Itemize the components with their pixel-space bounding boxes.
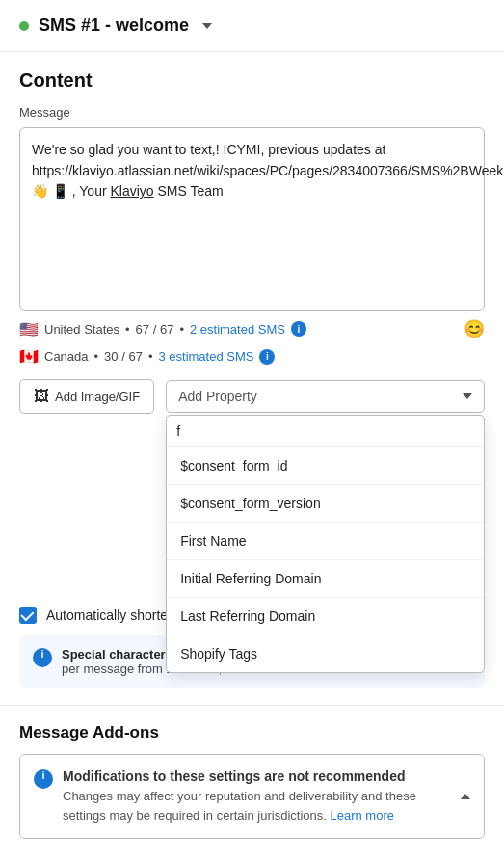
ca-estimated: 3 estimated SMS [158,349,253,364]
special-char-label: Special characters: [62,647,176,662]
addon-card: i Modifications to these settings are no… [19,754,485,839]
status-indicator [19,21,29,31]
add-property-label: Add Property [178,389,257,404]
addon-detail-text: Changes may affect your reputation and d… [63,787,461,824]
stats-row-ca: 🇨🇦 Canada • 30 / 67 • 3 estimated SMS i [19,347,485,365]
message-label: Message [19,105,485,120]
stats-row-us: 🇺🇸 United States • 67 / 67 • 2 estimated… [19,318,485,339]
dropdown-search-container [167,416,484,447]
learn-more-link[interactable]: Learn more [330,808,393,823]
dropdown-item-consent-form-id[interactable]: $consent_form_id [167,447,484,485]
us-dot: • [179,322,184,337]
dropdown-item-last-referring-domain[interactable]: Last Referring Domain [167,598,484,635]
ca-chars: 30 / 67 [104,349,143,364]
dropdown-item-first-name[interactable]: First Name [167,523,484,560]
emoji-button[interactable]: 😊 [464,318,485,339]
header: SMS #1 - welcome [0,0,504,52]
ca-info-icon[interactable]: i [259,349,275,364]
special-char-info-icon: i [33,648,52,667]
dropdown-search-input[interactable] [176,423,474,439]
ca-dot: • [148,349,153,364]
us-flag: 🇺🇸 [19,320,39,338]
dropdown-item-consent-form-version[interactable]: $consent_form_version [167,485,484,523]
addon-not-recommended-text: Modifications to these settings are not … [63,769,461,784]
message-addons-title: Message Add-ons [19,723,485,742]
add-property-arrow-icon [463,393,472,399]
us-country: United States [44,322,119,337]
message-box[interactable]: We're so glad you want to text,! ICYMI, … [19,127,485,310]
add-image-button[interactable]: 🖼 Add Image/GIF [19,379,154,414]
ca-separator: • [94,349,99,364]
action-row: 🖼 Add Image/GIF Add Property $consent_fo… [19,379,485,414]
ca-flag: 🇨🇦 [19,347,39,365]
addon-card-text: Modifications to these settings are not … [63,769,461,824]
us-estimated: 2 estimated SMS [190,322,285,337]
addon-info-icon: i [34,770,53,789]
content-section: Content Message We're so glad you want t… [0,52,504,688]
addon-card-header: i Modifications to these settings are no… [20,755,484,838]
add-image-label: Add Image/GIF [55,390,140,404]
message-addons-section: Message Add-ons i Modifications to these… [0,723,504,858]
dropdown-item-initial-referring-domain[interactable]: Initial Referring Domain [167,560,484,598]
message-content: We're so glad you want to text,! ICYMI, … [32,140,472,202]
property-dropdown-panel: $consent_form_id $consent_form_version F… [166,415,485,673]
ca-country: Canada [44,349,89,364]
image-icon: 🖼 [34,388,49,405]
us-chars: 67 / 67 [136,322,174,337]
addon-card-left: i Modifications to these settings are no… [34,769,461,824]
us-separator: • [125,322,130,337]
section-title: Content [19,69,485,92]
header-dropdown-icon[interactable] [202,23,212,29]
add-property-button[interactable]: Add Property [166,380,485,413]
page-title: SMS #1 - welcome [39,15,189,36]
klaviyo-link[interactable]: Klaviyo [110,183,153,199]
us-info-icon[interactable]: i [291,321,306,337]
shorten-links-checkbox[interactable] [19,607,37,624]
dropdown-item-shopify-tags[interactable]: Shopify Tags [167,635,484,672]
add-property-dropdown: Add Property $consent_form_id $consent_f… [166,380,485,413]
section-divider [0,705,504,706]
addon-card-collapse-icon[interactable] [461,794,470,799]
